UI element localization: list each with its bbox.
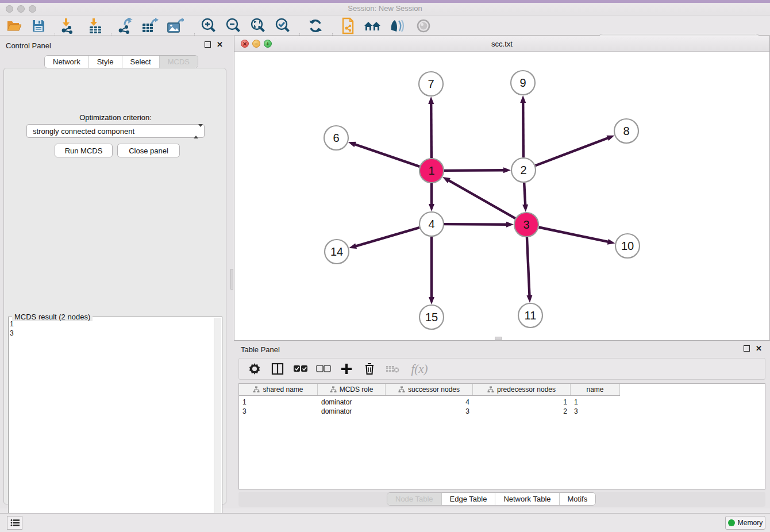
open-session-icon[interactable] [5,17,24,34]
table-panel: Table Panel ✕ [234,341,770,508]
add-column-icon[interactable] [339,361,354,376]
deselect-all-icon[interactable] [316,361,331,376]
column-header-successor-nodes[interactable]: successor nodes [386,384,473,395]
column-header-shared-name[interactable]: shared name [239,384,318,395]
delete-table-icon[interactable] [385,361,400,376]
float-panel-icon[interactable] [205,41,211,48]
split-columns-icon[interactable] [270,361,285,376]
cell-name[interactable]: 1 [571,398,620,407]
table-row[interactable]: 1dominator411 [239,398,620,407]
table-tab-node-table[interactable]: Node Table [387,493,442,505]
table-tab-network-table[interactable]: Network Table [495,493,559,505]
network-canvas[interactable]: 7968124314101511 [234,52,769,340]
graph-node-label-8: 8 [623,125,629,137]
graph-node-label-7: 7 [428,78,434,90]
export-image-icon[interactable] [165,17,185,34]
export-table-icon[interactable] [140,17,160,34]
tab-select[interactable]: Select [122,56,160,68]
graph-node-label-10: 10 [621,240,634,252]
cell-shared-name[interactable]: 1 [239,398,318,407]
select-all-icon[interactable] [293,361,308,376]
zoom-selected-icon[interactable] [273,17,292,34]
cell-predecessor-nodes[interactable]: 2 [473,407,571,416]
zoom-fit-icon[interactable] [248,17,268,34]
vertical-splitter[interactable] [230,36,234,508]
edge-1-6[interactable] [354,144,419,167]
show-all-icon[interactable] [414,17,433,34]
cell-successor-nodes[interactable]: 3 [386,407,473,416]
close-table-panel-icon[interactable]: ✕ [756,345,762,352]
import-network-icon[interactable] [58,17,78,34]
zoom-in-icon[interactable] [199,17,218,34]
tab-network[interactable]: Network [45,56,89,68]
node-table[interactable]: shared nameMCDS rolesuccessor nodesprede… [238,383,765,489]
edge-arrow-4-3 [506,222,514,228]
horizontal-splitter-handle[interactable] [495,337,502,340]
hide-selected-icon[interactable] [388,17,407,34]
edge-arrow-4-14 [349,243,357,249]
edge-4-14[interactable] [355,228,419,246]
memory-button[interactable]: Memory [725,516,765,530]
run-mcds-button[interactable]: Run MCDS [55,144,113,157]
delete-column-icon[interactable] [362,361,377,376]
edge-2-3[interactable] [524,183,525,206]
float-table-panel-icon[interactable] [744,345,750,352]
table-row[interactable]: 3dominator323 [239,407,620,416]
column-header-name[interactable]: name [571,384,620,395]
memory-label: Memory [738,519,763,527]
edge-3-1[interactable] [448,180,515,218]
task-history-button[interactable] [7,516,22,530]
close-panel-icon[interactable]: ✕ [217,41,223,48]
table-tabs: Node TableEdge TableNetwork TableMotifs [387,492,596,506]
tab-mcds[interactable]: MCDS [160,56,198,68]
edge-2-9[interactable] [523,102,523,157]
network-graph[interactable]: 7968124314101511 [234,52,769,340]
tab-style[interactable]: Style [89,56,122,68]
edge-1-7[interactable] [431,103,432,158]
graph-node-label-9: 9 [519,76,526,89]
export-network-icon[interactable] [116,17,135,34]
edge-2-8[interactable] [536,138,609,165]
cell-predecessor-nodes[interactable]: 1 [473,398,571,407]
control-panel-body: Optimization criterion: strongly connect… [3,68,226,504]
edge-arrow-3-11 [526,295,532,303]
result-scrollbar[interactable] [214,318,221,532]
column-header-MCDS-role[interactable]: MCDS role [318,384,386,395]
import-table-icon[interactable] [86,17,105,34]
column-tree-icon [330,386,337,393]
edge-3-10[interactable] [539,228,609,242]
table-tab-edge-table[interactable]: Edge Table [442,493,496,505]
edge-arrow-1-4 [429,204,434,211]
column-header-predecessor-nodes[interactable]: predecessor nodes [473,384,571,395]
mcds-result-title: MCDS result (2 nodes) [12,313,93,321]
column-label: successor nodes [408,385,460,394]
edge-4-3[interactable] [444,224,507,225]
close-panel-button[interactable]: Close panel [117,144,180,157]
new-network-from-selection-icon[interactable] [338,17,357,34]
edge-1-2[interactable] [444,170,505,171]
graph-node-label-3: 3 [523,218,529,231]
cell-name[interactable]: 3 [571,407,620,416]
cell-MCDS-role[interactable]: dominator [318,407,386,416]
table-body: 1dominator4113dominator323 [239,396,765,416]
vertical-splitter-handle[interactable] [230,269,233,290]
criterion-dropdown[interactable]: strongly connected component [26,124,205,138]
edge-3-11[interactable] [527,237,530,296]
network-window-titlebar[interactable]: ✕ − + scc.txt [234,36,769,52]
save-session-icon[interactable] [29,17,48,34]
cell-MCDS-role[interactable]: dominator [318,398,386,407]
refresh-icon[interactable] [306,17,325,34]
function-builder-icon[interactable]: f(x) [408,361,431,376]
table-tab-motifs[interactable]: Motifs [560,493,596,505]
control-panel-tabs: NetworkStyleSelectMCDS [44,55,198,68]
cell-successor-nodes[interactable]: 4 [386,398,473,407]
cell-shared-name[interactable]: 3 [239,407,318,416]
column-label: name [586,385,603,394]
mcds-result-text[interactable]: 1 3 [10,319,14,338]
zoom-out-icon[interactable] [224,17,243,34]
edge-arrow-2-8 [607,136,615,141]
first-neighbors-icon[interactable] [363,17,382,34]
table-tabs-strip: Node TableEdge TableNetwork TableMotifs [238,492,765,507]
column-tree-icon [398,386,405,393]
gear-icon[interactable] [247,361,262,376]
